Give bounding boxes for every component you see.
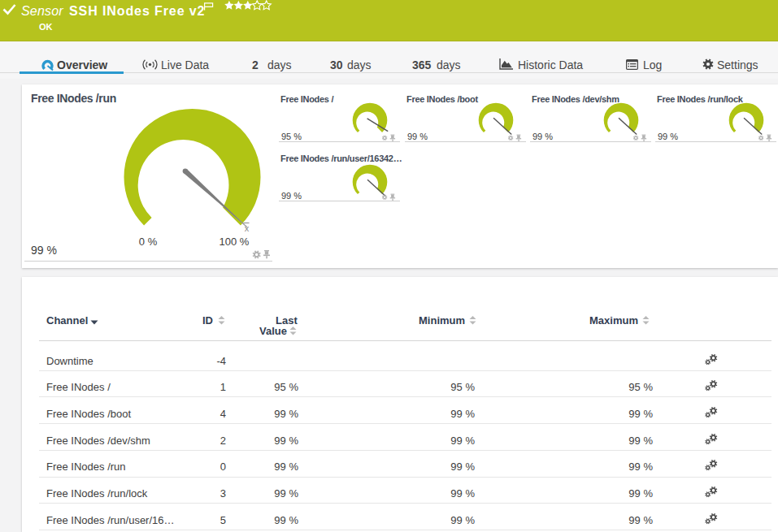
svg-text:x: x xyxy=(245,223,250,233)
